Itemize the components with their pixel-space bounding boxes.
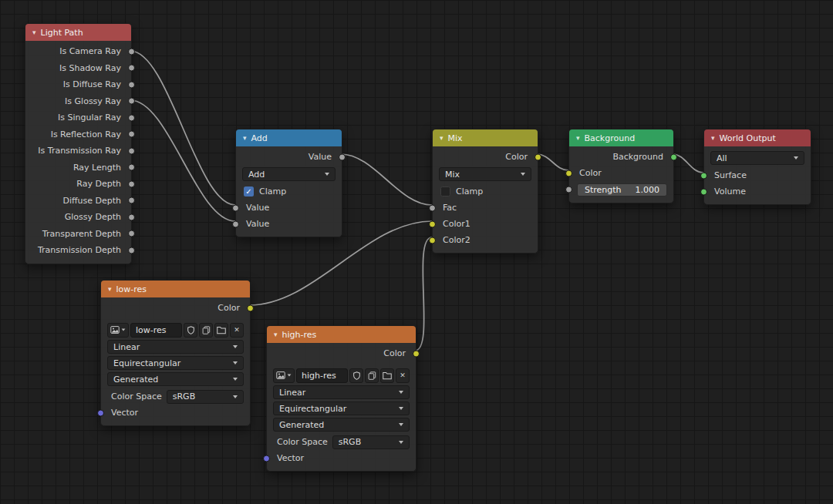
blend-mode-select[interactable]: Mix (439, 167, 531, 181)
node-header[interactable]: ▾ Background (569, 129, 673, 146)
wire (341, 154, 432, 205)
chevron-down-icon (233, 378, 238, 381)
node-environment-texture-low-res[interactable]: ▾ low-res Color low-res ✕ Linear Equirec… (100, 280, 251, 426)
socket-output-transparent-depth[interactable] (128, 230, 135, 237)
interpolation-select[interactable]: Linear (107, 340, 244, 354)
socket-output-color[interactable] (535, 153, 541, 160)
projection-select[interactable]: Equirectangular (273, 402, 410, 415)
collapse-icon[interactable]: ▾ (32, 29, 36, 36)
socket-output-is-singular-ray[interactable] (128, 114, 135, 121)
socket-input-color2[interactable] (429, 237, 436, 244)
socket-input-surface[interactable] (700, 172, 707, 179)
socket-output-glossy-depth[interactable] (128, 213, 135, 220)
copy-button[interactable] (199, 323, 213, 338)
socket-output-diffuse-depth[interactable] (128, 197, 135, 204)
node-header[interactable]: ▾ Add (236, 129, 342, 146)
node-header[interactable]: ▾ World Output (704, 129, 811, 146)
socket-label: Value (309, 152, 332, 162)
node-mix[interactable]: ▾ Mix Color Mix Clamp Fac Color1 Color2 (432, 129, 538, 254)
node-title: Light Path (41, 28, 83, 38)
socket-input-value-1[interactable] (232, 204, 239, 211)
collapse-icon[interactable]: ▾ (108, 286, 112, 293)
socket-output-ray-length[interactable] (128, 164, 135, 171)
socket-output-color[interactable] (413, 350, 420, 357)
node-environment-texture-high-res[interactable]: ▾ high-res Color high-res ✕ Linear Equir… (266, 325, 416, 472)
socket-output-color[interactable] (247, 304, 254, 311)
node-header[interactable]: ▾ low-res (101, 281, 250, 297)
node-header[interactable]: ▾ high-res (267, 326, 416, 343)
socket-input-fac[interactable] (429, 204, 436, 211)
output-row: Is Singular Ray (25, 109, 131, 126)
socket-label: Is Singular Ray (58, 113, 121, 123)
socket-label: Transparent Depth (42, 229, 121, 239)
socket-output-value[interactable] (339, 153, 346, 160)
source-select[interactable]: Generated (107, 372, 244, 386)
collapse-icon[interactable]: ▾ (243, 135, 247, 142)
strength-slider[interactable]: Strength 1.000 (577, 183, 667, 197)
node-background[interactable]: ▾ Background Background Color Strength 1… (568, 129, 674, 203)
socket-input-value-2[interactable] (232, 220, 239, 227)
clamp-checkbox[interactable] (440, 186, 450, 197)
socket-output-transmission-depth[interactable] (128, 247, 135, 254)
node-editor-canvas[interactable]: ▾ Light Path Is Camera Ray Is Shadow Ray… (0, 0, 833, 504)
socket-label: Ray Length (73, 163, 121, 173)
operation-select[interactable]: Add (242, 167, 336, 181)
socket-output-is-reflection-ray[interactable] (128, 131, 135, 138)
unlink-button[interactable]: ✕ (230, 323, 244, 338)
source-select[interactable]: Generated (273, 418, 410, 432)
color-space-select[interactable]: sRGB (332, 435, 410, 449)
unlink-button[interactable]: ✕ (396, 368, 410, 383)
socket-output-is-diffuse-ray[interactable] (128, 81, 135, 88)
socket-output-background[interactable] (670, 153, 677, 160)
output-row: Color (267, 345, 416, 361)
image-name-field[interactable]: low-res (130, 323, 182, 338)
input-row: Vector (101, 405, 250, 421)
image-name-field[interactable]: high-res (296, 368, 348, 383)
socket-input-vector[interactable] (263, 455, 270, 462)
socket-output-is-shadow-ray[interactable] (128, 65, 135, 72)
chevron-down-icon (233, 361, 238, 365)
target-select[interactable]: All (710, 151, 804, 165)
color-space-label: Color Space (111, 391, 162, 402)
socket-output-is-camera-ray[interactable] (128, 48, 135, 55)
fake-user-button[interactable] (349, 368, 363, 383)
node-world-output[interactable]: ▾ World Output All Surface Volume (703, 129, 811, 205)
collapse-icon[interactable]: ▾ (274, 331, 278, 338)
node-light-path[interactable]: ▾ Light Path Is Camera Ray Is Shadow Ray… (25, 23, 132, 264)
socket-input-color[interactable] (565, 170, 572, 176)
node-add[interactable]: ▾ Add Value Add ✓ Clamp Value Value (235, 129, 342, 237)
copy-icon (368, 371, 376, 380)
clamp-checkbox[interactable]: ✓ (244, 186, 254, 197)
interpolation-select[interactable]: Linear (273, 385, 410, 399)
selected-option: Equirectangular (113, 358, 180, 368)
input-row: Surface (704, 167, 811, 183)
socket-output-ray-depth[interactable] (128, 180, 135, 187)
open-file-button[interactable] (380, 368, 394, 383)
collapse-icon[interactable]: ▾ (711, 135, 715, 142)
socket-input-strength[interactable] (565, 186, 572, 193)
socket-output-is-glossy-ray[interactable] (128, 98, 135, 105)
image-browse-button[interactable] (273, 368, 295, 383)
chevron-down-icon (794, 156, 798, 160)
collapse-icon[interactable]: ▾ (576, 135, 580, 142)
node-header[interactable]: ▾ Light Path (25, 24, 131, 41)
copy-button[interactable] (365, 368, 379, 383)
clamp-row: ✓ Clamp (236, 183, 342, 200)
image-browse-button[interactable] (107, 323, 129, 338)
socket-output-is-transmission-ray[interactable] (128, 147, 135, 154)
open-file-button[interactable] (214, 323, 228, 338)
socket-input-volume[interactable] (700, 188, 707, 195)
projection-select[interactable]: Equirectangular (107, 356, 244, 370)
collapse-icon[interactable]: ▾ (440, 135, 443, 142)
color-space-row: Color Space sRGB (267, 434, 416, 450)
node-title: Add (251, 133, 268, 143)
node-title: Mix (448, 133, 463, 143)
node-header[interactable]: ▾ Mix (433, 129, 538, 146)
socket-label: Surface (714, 170, 747, 180)
color-space-label: Color Space (277, 437, 328, 447)
socket-input-vector[interactable] (97, 409, 104, 416)
color-space-select[interactable]: sRGB (167, 390, 244, 404)
socket-input-color1[interactable] (429, 220, 436, 227)
fake-user-button[interactable] (184, 323, 197, 338)
selected-option: Equirectangular (279, 404, 346, 414)
